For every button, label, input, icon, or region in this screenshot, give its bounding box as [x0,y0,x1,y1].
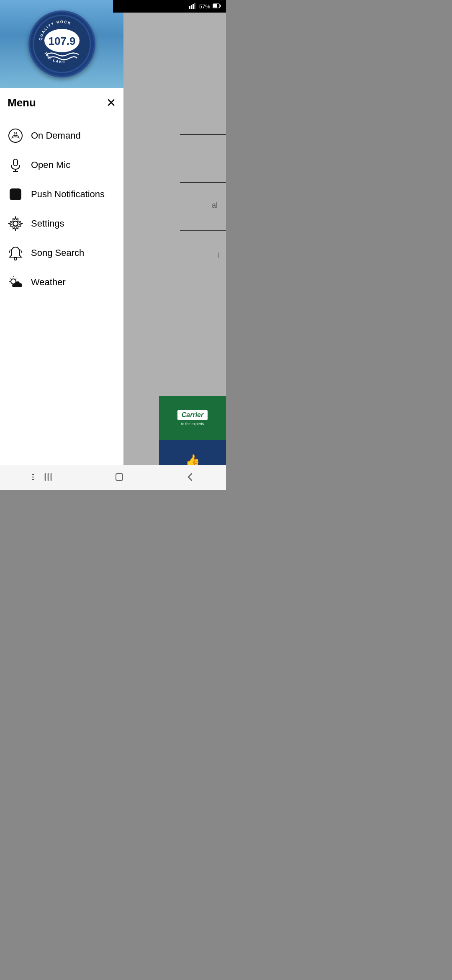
svg-text:24: 24 [14,132,17,135]
menu-item-song-search[interactable]: Song Search [8,238,116,268]
svg-point-13 [9,129,22,142]
svg-rect-2 [193,4,194,9]
home-button[interactable] [105,468,133,487]
signal-icon [189,3,197,10]
menu-item-on-demand[interactable]: 24 On Demand [8,121,116,150]
svg-rect-5 [220,5,221,7]
divider-line-1 [180,134,226,135]
svg-rect-0 [189,6,190,9]
menu-item-push-notifications[interactable]: Push Notifications [8,180,116,209]
status-bar: 57% [113,0,226,13]
divider-line-2 [180,182,226,183]
settings-icon [8,216,23,232]
on-demand-icon: 24 [8,128,23,144]
bg-text-l: l [218,251,220,260]
menu-item-settings[interactable]: Settings [8,209,116,238]
menu-title: Menu [8,96,36,109]
weather-icon [8,274,23,290]
recent-apps-button[interactable] [22,468,62,487]
notification-icon [8,186,23,202]
svg-text:107.9: 107.9 [48,35,75,47]
menu-panel: QUALITY ROCK THE LAKE 107.9 [0,0,123,490]
back-button[interactable] [177,468,204,487]
svg-line-25 [10,279,11,279]
svg-rect-1 [191,5,192,9]
svg-rect-15 [13,159,18,166]
open-mic-label: Open Mic [31,160,70,170]
menu-content: Menu ✕ 24 On Demand [0,88,123,297]
menu-item-open-mic[interactable]: Open Mic [8,150,116,180]
battery-icon [213,3,221,10]
carrier-tagline: to the experts [181,422,204,426]
station-logo: QUALITY ROCK THE LAKE 107.9 [28,10,95,77]
carrier-logo: Carrier [177,410,208,420]
song-search-label: Song Search [31,248,84,258]
svg-point-19 [13,221,18,226]
battery-percentage: 57% [199,3,210,10]
navigation-bar [0,465,226,490]
microphone-icon [8,157,23,173]
menu-item-weather[interactable]: Weather [8,268,116,297]
menu-header: Menu ✕ [8,96,116,109]
divider-line-3 [180,230,226,231]
recent-icon [30,472,41,482]
close-button[interactable]: ✕ [106,97,116,109]
bg-text-al: al [212,201,218,210]
svg-line-26 [15,279,16,279]
bell-icon [8,245,23,261]
svg-rect-18 [10,188,21,200]
svg-rect-6 [213,4,217,8]
svg-rect-3 [194,3,195,9]
menu-items-list: 24 On Demand Open Mic [8,121,116,297]
header-banner: QUALITY ROCK THE LAKE 107.9 [0,0,123,88]
svg-rect-36 [116,474,123,480]
back-icon [185,472,196,482]
on-demand-label: On Demand [31,130,81,141]
carrier-ad: Carrier to the experts [159,396,226,440]
push-notifications-label: Push Notifications [31,189,105,200]
svg-point-20 [14,258,17,260]
home-icon [114,472,125,482]
weather-label: Weather [31,277,66,288]
settings-label: Settings [31,218,64,229]
